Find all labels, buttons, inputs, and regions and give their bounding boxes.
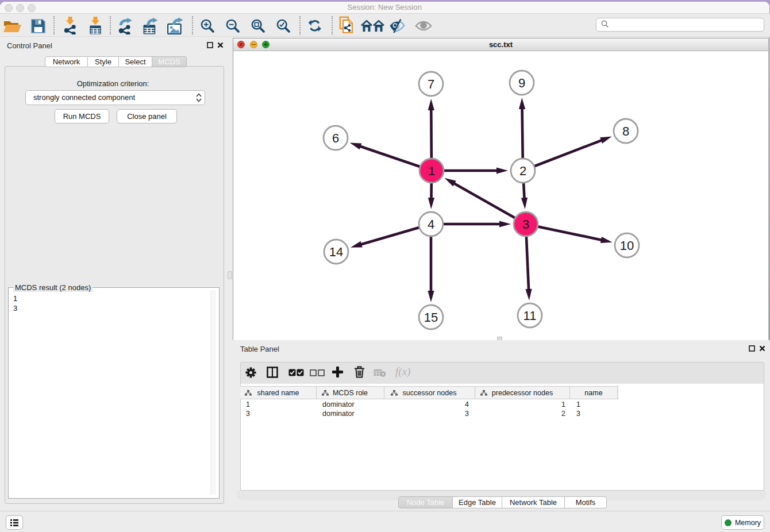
svg-text:10: 10 bbox=[620, 238, 634, 253]
svg-text:3: 3 bbox=[522, 217, 529, 232]
svg-text:4: 4 bbox=[428, 217, 434, 232]
svg-text:1: 1 bbox=[428, 164, 435, 178]
svg-text:9: 9 bbox=[518, 76, 525, 90]
svg-text:2: 2 bbox=[519, 164, 526, 178]
svg-text:11: 11 bbox=[523, 309, 537, 323]
svg-text:8: 8 bbox=[622, 124, 629, 138]
svg-text:7: 7 bbox=[428, 77, 434, 91]
svg-text:6: 6 bbox=[332, 131, 339, 145]
svg-text:14: 14 bbox=[329, 245, 343, 259]
svg-text:15: 15 bbox=[424, 310, 438, 325]
